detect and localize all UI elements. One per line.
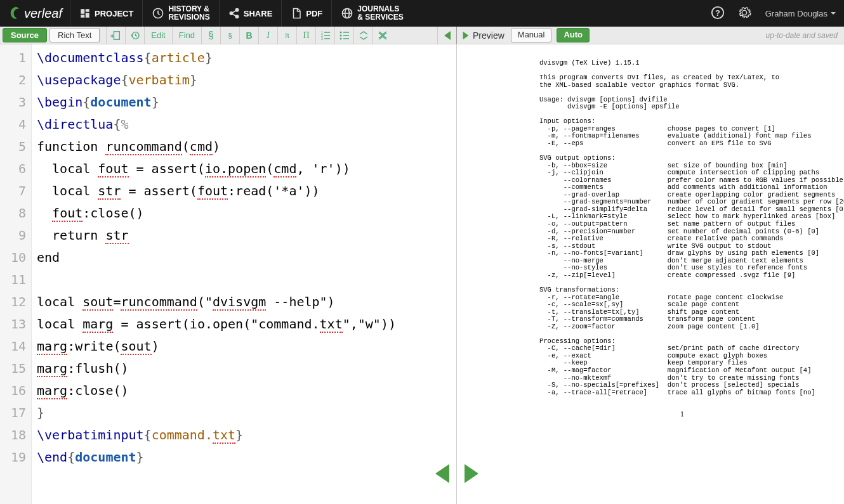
settings-button[interactable] — [731, 6, 758, 22]
code-line[interactable]: local sout=runcommand("dvisvgm --help") — [37, 291, 451, 313]
code-line[interactable]: return str — [37, 224, 451, 247]
share-icon — [228, 8, 240, 19]
editor-toolbar: Source Rich Text Edit Find § § B I π Π 1… — [0, 27, 457, 44]
pane-resize-arrows — [433, 463, 481, 484]
preview-pane[interactable]: dvisvgm (TeX Live) 1.15.1 This program c… — [457, 44, 844, 504]
add-file-icon — [110, 30, 122, 41]
code-line[interactable]: local marg = assert(io.open("command.txt… — [37, 313, 451, 335]
expand-editor-button[interactable] — [433, 463, 451, 484]
pdf-page-number: 1 — [539, 409, 825, 419]
bullet-list-button[interactable] — [334, 27, 353, 44]
line-number: 6 — [0, 158, 26, 180]
line-number: 2 — [0, 69, 26, 91]
code-line[interactable]: end — [37, 247, 451, 269]
svg-rect-1 — [86, 9, 89, 12]
numbered-list-icon: 123 — [320, 30, 331, 41]
find-menu[interactable]: Find — [172, 27, 201, 44]
richtext-tab[interactable]: Rich Text — [49, 28, 100, 42]
line-number: 8 — [0, 202, 26, 224]
clock-icon — [130, 30, 140, 41]
svg-text:?: ? — [715, 8, 720, 17]
triangle-right-icon — [461, 30, 471, 41]
code-line[interactable]: marg:write(sout) — [37, 335, 451, 358]
line-number: 5 — [0, 136, 26, 158]
collapse-icon — [359, 30, 369, 41]
code-line[interactable]: \directlua{% — [37, 113, 451, 136]
logo-text: verleaf — [24, 6, 62, 21]
italic-button[interactable]: I — [258, 27, 277, 44]
code-line[interactable] — [37, 269, 451, 291]
code-line[interactable]: \begin{document} — [37, 91, 451, 113]
inline-math-button[interactable]: π — [277, 27, 296, 44]
svg-rect-15 — [114, 31, 119, 39]
code-line[interactable]: local str = assert(fout:read('*a')) — [37, 180, 451, 202]
triangle-left-icon — [442, 30, 453, 41]
expand-icon — [378, 30, 388, 41]
history-toolbar-button[interactable] — [125, 27, 144, 44]
history-button[interactable]: HISTORY &REVISIONS — [142, 0, 218, 27]
line-number: 10 — [0, 247, 26, 269]
code-line[interactable]: function runcommand(cmd) — [37, 136, 451, 158]
project-button[interactable]: PROJECT — [70, 0, 142, 27]
code-line[interactable]: } — [37, 402, 451, 424]
gear-icon — [737, 6, 751, 20]
collapse-button[interactable] — [353, 27, 373, 44]
code-line[interactable]: \documentclass{article} — [37, 47, 451, 69]
svg-point-29 — [340, 34, 341, 36]
help-icon: ? — [711, 6, 725, 20]
svg-point-28 — [340, 31, 341, 33]
code-editor[interactable]: \documentclass{article}\usepackage{verba… — [32, 44, 456, 504]
preview-button[interactable]: Preview — [457, 27, 508, 44]
add-file-button[interactable] — [106, 27, 125, 44]
line-number: 19 — [0, 446, 26, 468]
line-number: 14 — [0, 335, 26, 358]
help-button[interactable]: ? — [704, 6, 731, 22]
subsection-button[interactable]: § — [220, 27, 239, 44]
code-line[interactable]: local fout = assert(io.popen(cmd, 'r')) — [37, 158, 451, 180]
expand-button[interactable] — [373, 27, 392, 44]
line-number: 3 — [0, 91, 26, 113]
code-line[interactable]: \usepackage{verbatim} — [37, 69, 451, 91]
svg-point-30 — [340, 37, 341, 39]
numbered-list-button[interactable]: 123 — [315, 27, 334, 44]
main-split: 12345678910111213141516171819 \documentc… — [0, 44, 844, 504]
share-button[interactable]: SHARE — [219, 0, 282, 27]
toolbar: Source Rich Text Edit Find § § B I π Π 1… — [0, 27, 844, 44]
line-number: 9 — [0, 224, 26, 247]
code-line[interactable]: fout:close() — [37, 202, 451, 224]
code-line[interactable]: \end{document} — [37, 446, 451, 468]
editor-pane: 12345678910111213141516171819 \documentc… — [0, 44, 457, 504]
line-number: 17 — [0, 402, 26, 424]
line-number: 12 — [0, 291, 26, 313]
svg-rect-0 — [81, 9, 84, 14]
manual-compile-button[interactable]: Manual — [511, 28, 552, 42]
line-number: 1 — [0, 47, 26, 69]
line-number: 7 — [0, 180, 26, 202]
bold-button[interactable]: B — [239, 27, 258, 44]
overleaf-logo-icon — [8, 6, 23, 21]
journals-button[interactable]: JOURNALS& SERVICES — [331, 0, 412, 27]
bullet-list-icon — [340, 30, 350, 41]
line-number: 15 — [0, 358, 26, 380]
source-tab[interactable]: Source — [3, 28, 47, 42]
code-line[interactable]: marg:close() — [37, 380, 451, 402]
project-icon — [79, 8, 91, 19]
line-number: 4 — [0, 113, 26, 136]
collapse-editor-button[interactable] — [437, 27, 456, 44]
expand-preview-button[interactable] — [463, 463, 481, 484]
svg-line-8 — [232, 11, 236, 13]
user-menu[interactable]: Graham Douglas — [758, 9, 844, 18]
section-button[interactable]: § — [201, 27, 220, 44]
svg-rect-2 — [86, 13, 89, 18]
code-line[interactable]: marg:flush() — [37, 358, 451, 380]
pdf-button[interactable]: PDF — [281, 0, 331, 27]
history-icon — [152, 7, 164, 20]
auto-compile-button[interactable]: Auto — [557, 28, 590, 42]
line-number: 16 — [0, 380, 26, 402]
logo[interactable]: verleaf — [0, 6, 70, 21]
preview-toolbar: Preview Manual Auto up-to-date and saved — [457, 27, 844, 44]
code-line[interactable]: \verbatiminput{command.txt} — [37, 424, 451, 446]
display-math-button[interactable]: Π — [296, 27, 315, 44]
edit-menu[interactable]: Edit — [144, 27, 171, 44]
svg-text:3: 3 — [321, 37, 323, 41]
